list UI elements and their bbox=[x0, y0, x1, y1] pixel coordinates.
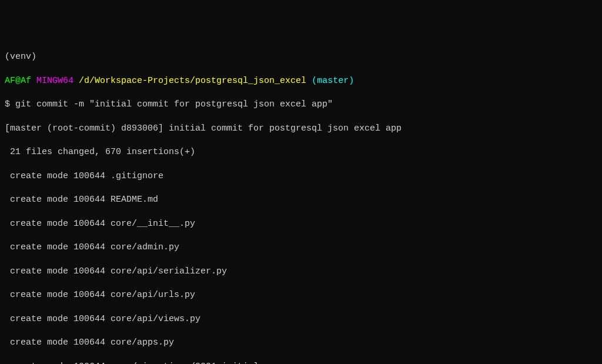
commit-result: [master (root-commit) d893006] initial c… bbox=[5, 123, 597, 135]
user-host: AF@Af bbox=[5, 76, 31, 86]
created-file-line: create mode 100644 core/apps.py bbox=[5, 337, 597, 349]
command-text: git commit -m "initial commit for postgr… bbox=[15, 99, 333, 109]
created-file-line: create mode 100644 .gitignore bbox=[5, 171, 597, 182]
created-file-line: create mode 100644 core/__init__.py bbox=[5, 218, 597, 230]
created-file-line: create mode 100644 core/migrations/0001_… bbox=[5, 361, 597, 365]
created-file-line: create mode 100644 README.md bbox=[5, 194, 597, 206]
venv-indicator: (venv) bbox=[5, 51, 597, 63]
git-branch: (master) bbox=[312, 76, 354, 86]
shell-prompt: $ bbox=[5, 99, 15, 109]
mingw-label: MINGW64 bbox=[36, 76, 73, 86]
prompt-line: AF@Af MINGW64 /d/Workspace-Projects/post… bbox=[5, 75, 597, 87]
working-directory: /d/Workspace-Projects/postgresql_json_ex… bbox=[79, 76, 306, 86]
created-file-line: create mode 100644 core/api/urls.py bbox=[5, 289, 597, 301]
terminal-output[interactable]: (venv) AF@Af MINGW64 /d/Workspace-Projec… bbox=[5, 51, 597, 364]
created-file-line: create mode 100644 core/api/serializer.p… bbox=[5, 266, 597, 278]
created-file-line: create mode 100644 core/api/views.py bbox=[5, 313, 597, 325]
commit-summary: 21 files changed, 670 insertions(+) bbox=[5, 146, 597, 158]
created-file-line: create mode 100644 core/admin.py bbox=[5, 242, 597, 253]
created-files-list: create mode 100644 .gitignore create mod… bbox=[5, 171, 597, 365]
command-line: $ git commit -m "initial commit for post… bbox=[5, 99, 597, 111]
